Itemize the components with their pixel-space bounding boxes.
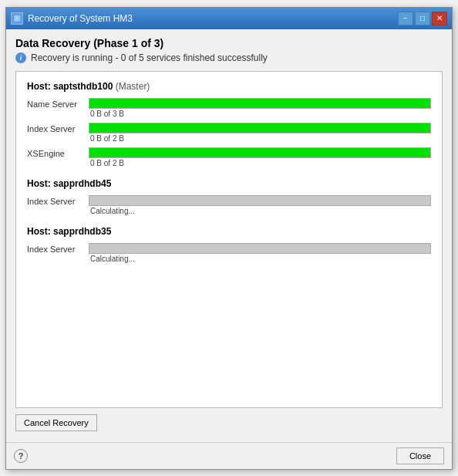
progress-bar-inner — [89, 148, 430, 157]
host-name: Host: sapprdhdb45 — [27, 178, 111, 189]
host-section-host1: Host: saptsthdb100 (Master)Name Server0 … — [27, 81, 431, 167]
progress-bar-outer — [89, 243, 431, 254]
service-label: Name Server — [27, 98, 89, 109]
window-content: Data Recovery (Phase 1 of 3) i Recovery … — [6, 29, 452, 442]
window-title: Recovery of System HM3 — [28, 13, 133, 24]
service-progress-container: 0 B of 2 B — [89, 123, 431, 143]
title-bar-buttons: − □ ✕ — [398, 12, 447, 25]
progress-text: 0 B of 2 B — [89, 159, 431, 167]
service-label: XSEngine — [27, 147, 89, 158]
host-title-host2: Host: sapprdhdb45 — [27, 178, 431, 189]
progress-bar-outer — [89, 123, 431, 133]
service-progress-container: Calculating... — [89, 243, 431, 263]
status-text: Recovery is running - 0 of 5 services fi… — [31, 52, 268, 63]
service-label: Index Server — [27, 243, 89, 254]
progress-text: 0 B of 2 B — [89, 134, 431, 143]
progress-bar-inner — [89, 99, 430, 108]
title-bar: ⊞ Recovery of System HM3 − □ ✕ — [6, 8, 452, 29]
progress-bar-outer — [89, 195, 431, 206]
service-label: Index Server — [27, 123, 89, 133]
host-name: Host: saptsthdb100 — [27, 81, 113, 92]
footer-bar: ? Close — [6, 442, 452, 469]
close-title-button[interactable]: ✕ — [432, 12, 447, 25]
service-label: Index Server — [27, 195, 89, 206]
info-icon: i — [15, 52, 26, 63]
host-title-host1: Host: saptsthdb100 (Master) — [27, 81, 431, 92]
cancel-recovery-button[interactable]: Cancel Recovery — [15, 414, 97, 431]
help-icon[interactable]: ? — [14, 449, 28, 463]
service-row: Index Server0 B of 2 B — [27, 123, 431, 143]
page-title: Data Recovery (Phase 1 of 3) — [15, 37, 443, 49]
service-row: Index ServerCalculating... — [27, 243, 431, 263]
status-bar: i Recovery is running - 0 of 5 services … — [15, 52, 443, 63]
progress-text: Calculating... — [89, 207, 431, 215]
title-bar-left: ⊞ Recovery of System HM3 — [11, 12, 133, 25]
service-row: XSEngine0 B of 2 B — [27, 147, 431, 167]
service-progress-container: Calculating... — [89, 195, 431, 215]
progress-text: 0 B of 3 B — [89, 110, 431, 118]
progress-bar-inner — [89, 244, 430, 253]
progress-bar-outer — [89, 147, 431, 158]
close-button[interactable]: Close — [396, 447, 444, 464]
host-role: (Master) — [116, 81, 150, 92]
main-panel: Host: saptsthdb100 (Master)Name Server0 … — [15, 71, 443, 408]
progress-bar-outer — [89, 98, 431, 109]
service-progress-container: 0 B of 3 B — [89, 98, 431, 118]
host-section-host2: Host: sapprdhdb45Index ServerCalculating… — [27, 178, 431, 215]
host-section-host3: Host: sapprdhdb35Index ServerCalculating… — [27, 226, 431, 263]
service-row: Name Server0 B of 3 B — [27, 98, 431, 118]
progress-bar-inner — [89, 196, 430, 205]
host-name: Host: sapprdhdb35 — [27, 226, 111, 237]
service-progress-container: 0 B of 2 B — [89, 147, 431, 167]
minimize-button[interactable]: − — [398, 12, 413, 25]
host-title-host3: Host: sapprdhdb35 — [27, 226, 431, 237]
button-bar: Cancel Recovery — [15, 408, 443, 434]
service-row: Index ServerCalculating... — [27, 195, 431, 215]
progress-text: Calculating... — [89, 255, 431, 263]
maximize-button[interactable]: □ — [415, 12, 430, 25]
progress-bar-inner — [89, 123, 430, 133]
main-window: ⊞ Recovery of System HM3 − □ ✕ Data Reco… — [5, 7, 453, 470]
window-icon: ⊞ — [11, 12, 23, 25]
